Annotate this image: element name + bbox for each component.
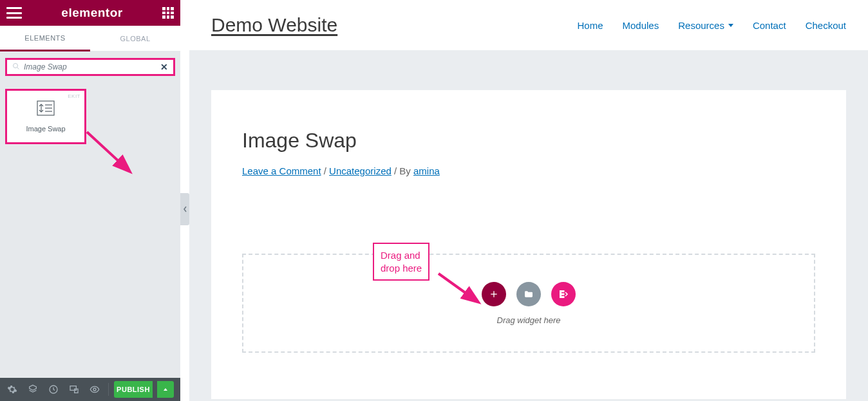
bottom-bar: PUBLISH: [0, 378, 180, 401]
responsive-icon[interactable]: [66, 381, 82, 398]
search-input[interactable]: [20, 62, 160, 71]
svg-point-9: [93, 388, 96, 391]
ekit-icon: [558, 288, 569, 300]
annotation-callout: Drag and drop here: [373, 243, 429, 281]
site-title-link[interactable]: Demo Website: [211, 14, 337, 36]
preview-icon[interactable]: [86, 381, 103, 398]
ekit-badge: EKIT: [68, 93, 80, 99]
plus-icon: [489, 289, 499, 299]
apps-icon[interactable]: [162, 7, 174, 19]
main-nav: Home Modules Resources Contact Checkout: [578, 20, 847, 31]
history-icon[interactable]: [45, 381, 62, 398]
search-clear-icon[interactable]: ✕: [160, 62, 168, 72]
preview-pane: Demo Website Home Modules Resources Cont…: [189, 0, 868, 401]
nav-contact[interactable]: Contact: [753, 20, 786, 31]
widget-dropzone[interactable]: Drag widget here: [242, 254, 815, 353]
widget-image-swap[interactable]: EKIT Image Swap: [5, 89, 86, 144]
nav-resources[interactable]: Resources: [678, 20, 733, 31]
menu-icon[interactable]: [6, 7, 22, 19]
meta-sep: /: [321, 165, 330, 176]
sidebar-tabs: ELEMENTS GLOBAL: [0, 26, 180, 51]
ekit-button[interactable]: [551, 282, 576, 306]
publish-caret[interactable]: [157, 381, 174, 398]
post-meta: Leave a Comment / Uncategorized / By ami…: [242, 165, 815, 176]
image-swap-icon: [37, 100, 55, 118]
brand-logo: elementor: [61, 6, 122, 20]
meta-sep: / By: [392, 165, 413, 176]
svg-line-1: [17, 68, 19, 70]
content-wrap: Image Swap Leave a Comment / Uncategoriz…: [189, 50, 868, 399]
annotation-text: drop here: [381, 262, 422, 275]
leave-comment-link[interactable]: Leave a Comment: [242, 165, 321, 176]
nav-home[interactable]: Home: [578, 20, 603, 31]
site-header: Demo Website Home Modules Resources Cont…: [189, 0, 868, 50]
page-title: Image Swap: [242, 129, 815, 153]
search-wrap: ✕: [0, 51, 180, 82]
separator: [108, 383, 109, 396]
settings-icon[interactable]: [4, 381, 21, 398]
annotation-text: Drag and: [381, 249, 422, 262]
tab-global[interactable]: GLOBAL: [90, 26, 180, 51]
widget-area: EKIT Image Swap: [0, 82, 180, 151]
chevron-left-icon: [183, 206, 187, 212]
dropzone-hint: Drag widget here: [497, 315, 561, 325]
svg-point-0: [14, 64, 18, 68]
sidebar-collapse-toggle[interactable]: [180, 193, 189, 225]
dropzone-buttons: [482, 282, 576, 306]
nav-checkout[interactable]: Checkout: [806, 20, 846, 31]
folder-icon: [524, 289, 534, 299]
chevron-down-icon: [728, 24, 733, 27]
sidebar-header: elementor: [0, 0, 180, 26]
category-link[interactable]: Uncategorized: [329, 165, 392, 176]
search-icon: [12, 61, 20, 73]
svg-marker-10: [164, 388, 167, 391]
add-section-button[interactable]: [482, 282, 506, 306]
author-link[interactable]: amina: [413, 165, 440, 176]
svg-rect-7: [70, 386, 76, 391]
nav-modules[interactable]: Modules: [623, 20, 659, 31]
content-card: Image Swap Leave a Comment / Uncategoriz…: [211, 90, 846, 399]
tab-elements[interactable]: ELEMENTS: [0, 26, 90, 51]
navigator-icon[interactable]: [24, 381, 41, 398]
elementor-sidebar: elementor ELEMENTS GLOBAL ✕ EKIT: [0, 0, 180, 401]
template-button[interactable]: [516, 282, 541, 306]
nav-resources-label: Resources: [678, 20, 724, 31]
widget-label: Image Swap: [26, 125, 65, 133]
search-box: ✕: [5, 58, 175, 76]
publish-button[interactable]: PUBLISH: [114, 381, 153, 398]
